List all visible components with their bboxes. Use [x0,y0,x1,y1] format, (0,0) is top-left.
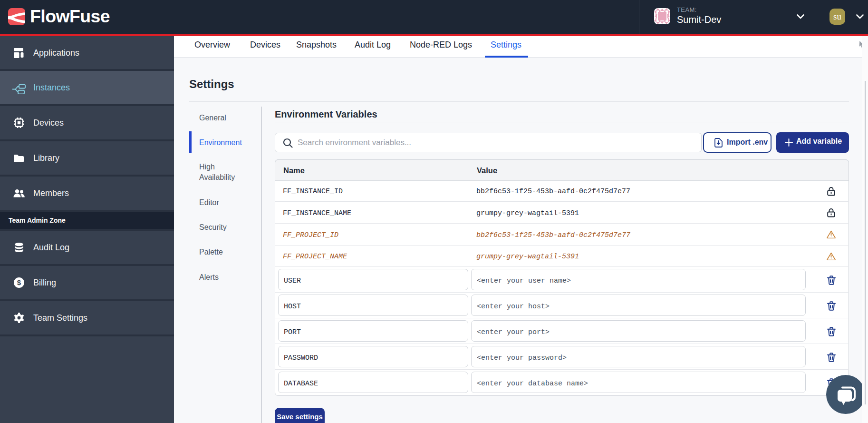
svg-text:$: $ [17,278,21,286]
